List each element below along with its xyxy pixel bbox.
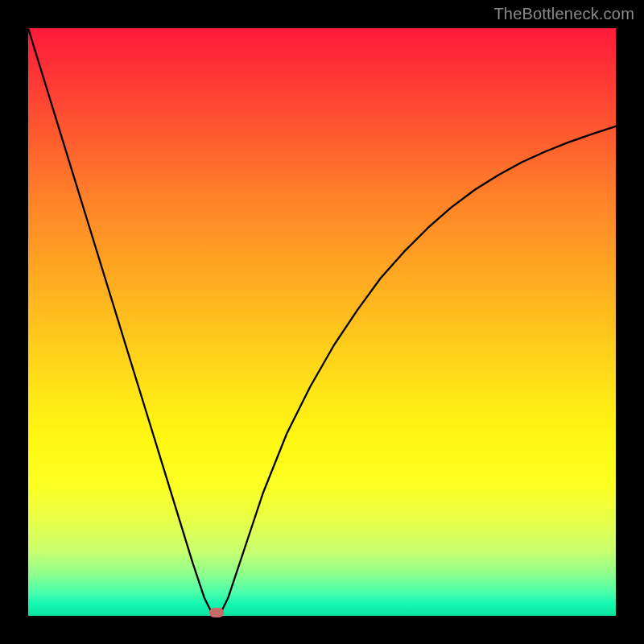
watermark-text: TheBottleneck.com (493, 5, 634, 23)
bottleneck-curve (28, 28, 616, 616)
chart-frame: TheBottleneck.com (0, 0, 644, 644)
plot-area (28, 28, 616, 616)
minimum-marker (209, 608, 224, 617)
